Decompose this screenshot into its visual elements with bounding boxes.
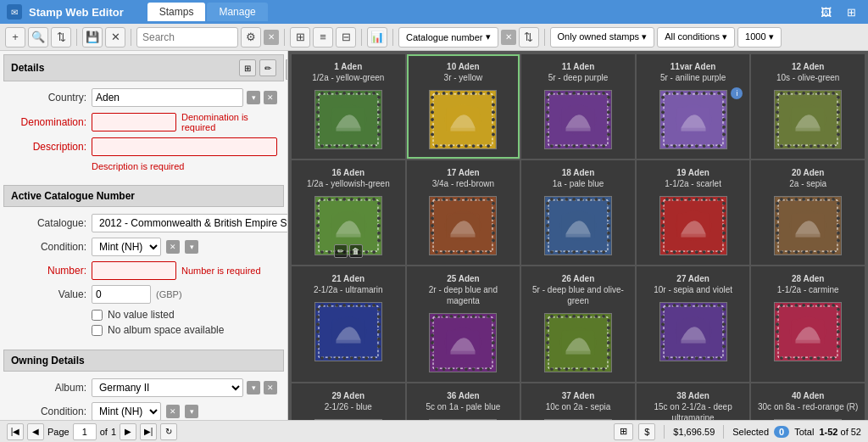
image-icon[interactable]: 🖼 (815, 2, 836, 22)
tab-stamps[interactable]: Stamps (147, 3, 206, 21)
stamp-cell[interactable]: 10 Aden3r - yellow (407, 54, 520, 159)
svg-point-319 (780, 250, 783, 254)
svg-point-363 (316, 322, 320, 326)
filter-icon-button[interactable]: ⚙ (241, 27, 261, 48)
clear-search-button[interactable]: ✕ (264, 30, 279, 45)
stamp-cell[interactable]: 36 Aden5c on 1a - pale blue (407, 383, 520, 420)
svg-point-226 (431, 210, 435, 213)
album-dropdown-btn[interactable]: ▾ (247, 381, 260, 394)
search-button[interactable]: 🔍 (28, 27, 48, 48)
svg-point-151 (795, 144, 798, 148)
stamp-cell[interactable]: 21 Aden2-1/2a - ultramarin (292, 266, 405, 382)
album-clear-btn[interactable]: ✕ (264, 381, 277, 394)
clear-filter-button[interactable]: ✕ (501, 30, 516, 45)
svg-point-369 (377, 322, 381, 326)
value-input[interactable] (92, 285, 151, 304)
svg-point-389 (450, 367, 453, 371)
denomination-input[interactable] (92, 113, 176, 131)
details-grid-icon[interactable]: ⊞ (239, 59, 256, 76)
condition-select[interactable]: Mint (NH) (92, 238, 161, 256)
own-condition-select[interactable]: Mint (NH) (92, 402, 161, 420)
stamp-cell[interactable]: 28 Aden1-1/2a - carmine (751, 266, 865, 382)
page-input[interactable] (73, 423, 97, 440)
svg-point-40 (442, 92, 446, 95)
add-button[interactable]: + (5, 27, 25, 48)
svg-point-473 (722, 338, 726, 341)
first-page-btn[interactable]: |◀ (7, 423, 24, 440)
svg-point-317 (825, 198, 828, 201)
svg-point-280 (687, 198, 691, 201)
condition-x-btn[interactable]: ✕ (166, 240, 180, 254)
next-page-btn[interactable]: ▶ (120, 423, 136, 440)
stamp-delete-icon[interactable]: 🗑 (349, 244, 363, 258)
stamp-cell[interactable]: 11var Aden5r - aniline purple i (637, 54, 750, 159)
svg-point-224 (487, 250, 491, 254)
own-condition-arrow-btn[interactable]: ▾ (185, 405, 198, 418)
no-value-checkbox[interactable] (92, 310, 103, 321)
stamp-cell[interactable]: 20 Aden2a - sepia (751, 160, 865, 265)
no-album-checkbox[interactable] (92, 325, 103, 336)
stamp-cell[interactable]: 37 Aden10c on 2a - sepia (521, 383, 635, 420)
svg-point-257 (594, 250, 598, 254)
condition-arrow-btn[interactable]: ▾ (185, 240, 198, 254)
own-condition-x-btn[interactable]: ✕ (166, 405, 180, 418)
svg-point-320 (787, 250, 791, 254)
stamp-cell[interactable]: 25 Aden2r - deep blue and magenta (407, 266, 520, 382)
stamp-svg (774, 302, 842, 361)
save-button[interactable]: 💾 (82, 27, 103, 48)
view-grid-button[interactable]: ⊞ (290, 27, 310, 48)
catalogue-number-filter[interactable]: Catalogue number ▾ (398, 27, 498, 48)
tab-manage[interactable]: Manage (207, 3, 267, 21)
view-detail-button[interactable]: ⊟ (336, 27, 356, 48)
stamp-cell[interactable]: 38 Aden15c on 2-1/2a - deep ultramarine (637, 383, 750, 420)
owning-section-header: Owning Details (3, 350, 284, 372)
svg-point-15 (335, 144, 338, 148)
country-input[interactable] (92, 88, 243, 107)
stamp-cell[interactable]: 18 Aden1a - pale blue (521, 160, 635, 265)
stamp-cell[interactable]: 26 Aden5r - deep blue and olive-green (521, 266, 635, 382)
all-conditions-filter[interactable]: All conditions ▾ (657, 27, 735, 48)
album-select[interactable]: Germany II (92, 378, 243, 397)
details-edit-icon[interactable]: ✏ (259, 59, 276, 76)
catalogue-select[interactable]: 2012 - Commonwealth & British Empire Sta… (92, 214, 288, 232)
svg-point-148 (832, 92, 835, 95)
number-input[interactable] (92, 261, 176, 280)
stamp-cell[interactable]: 11 Aden5r - deep purple (521, 54, 635, 159)
svg-point-364 (316, 330, 320, 333)
view-list-button[interactable]: ≡ (313, 27, 333, 48)
search-input[interactable] (136, 27, 238, 48)
stamp-cell[interactable]: 17 Aden3/4a - red-brown (407, 160, 520, 265)
stamp-cell[interactable]: 27 Aden10r - sepia and violet (637, 266, 750, 382)
svg-point-502 (776, 345, 779, 349)
stamp-pencil-icon[interactable]: ✏ (334, 244, 348, 258)
grid-view-btn[interactable]: ⊞ (614, 423, 633, 440)
svg-point-486 (817, 304, 821, 307)
count-filter[interactable]: 1000 ▾ (737, 27, 782, 48)
svg-point-325 (825, 250, 828, 254)
last-page-btn[interactable]: ▶| (140, 423, 157, 440)
svg-point-395 (431, 319, 435, 322)
stamp-cell[interactable]: 12 Aden10s - olive-green (751, 54, 865, 159)
cancel-button[interactable]: ✕ (105, 27, 125, 48)
country-clear-btn[interactable]: ✕ (264, 91, 277, 104)
stamp-cell[interactable]: 40 Aden30c on 8a - red-orange (R) (751, 383, 865, 420)
stamp-cell[interactable]: 1 Aden1/2a - yellow-green (292, 54, 405, 159)
sort-button[interactable]: ⇅ (51, 27, 71, 48)
stamp-cell[interactable]: 29 Aden2-1/26 - blue (292, 383, 405, 420)
description-input[interactable] (92, 137, 277, 156)
report-button[interactable]: 📊 (367, 27, 387, 48)
refresh-btn[interactable]: ↻ (160, 423, 177, 440)
prev-page-btn[interactable]: ◀ (27, 423, 44, 440)
svg-point-322 (802, 250, 805, 254)
stamp-cell[interactable]: 16 Aden1/2a - yellowish-green (292, 160, 405, 265)
svg-rect-67 (451, 128, 476, 131)
sort-filter-button[interactable]: ⇅ (519, 27, 539, 48)
dollar-btn[interactable]: $ (638, 423, 655, 440)
country-dropdown-btn[interactable]: ▾ (247, 91, 260, 104)
stamp-cell[interactable]: 19 Aden1-1/2a - scarlet (637, 160, 750, 265)
only-stamps-filter[interactable]: Only owned stamps ▾ (550, 27, 655, 48)
svg-point-347 (335, 304, 338, 307)
grid-icon[interactable]: ⊞ (841, 2, 861, 22)
panel-collapse-btn[interactable]: ◀ (286, 59, 288, 80)
svg-point-179 (350, 198, 353, 201)
